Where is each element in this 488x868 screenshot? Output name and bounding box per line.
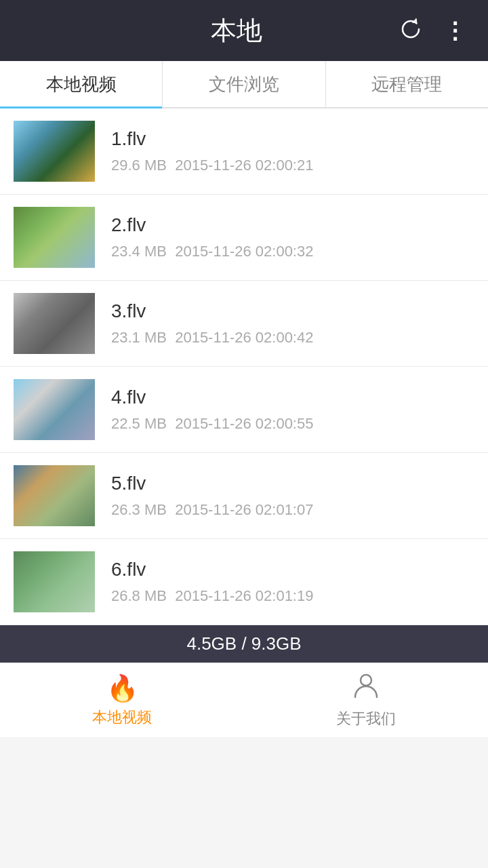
file-info: 1.flv 29.6 MB 2015-11-26 02:00:21 — [111, 128, 474, 174]
file-thumbnail — [14, 207, 95, 268]
storage-status-bar: 4.5GB / 9.3GB — [0, 625, 488, 663]
person-icon — [352, 671, 380, 705]
file-info: 5.flv 26.3 MB 2015-11-26 02:01:07 — [111, 473, 474, 519]
header-actions: ⋮ — [399, 17, 468, 44]
list-item[interactable]: 6.flv 26.8 MB 2015-11-26 02:01:19 — [0, 539, 488, 625]
nav-about-us[interactable]: 关于我们 — [244, 663, 488, 737]
list-item[interactable]: 3.flv 23.1 MB 2015-11-26 02:00:42 — [0, 281, 488, 367]
tab-bar: 本地视频 文件浏览 远程管理 — [0, 61, 488, 108]
list-item[interactable]: 4.flv 22.5 MB 2015-11-26 02:00:55 — [0, 367, 488, 453]
tab-remote-manage[interactable]: 远程管理 — [326, 61, 488, 107]
file-meta: 23.4 MB 2015-11-26 02:00:32 — [111, 243, 474, 260]
more-options-icon[interactable]: ⋮ — [443, 17, 468, 44]
file-name: 1.flv — [111, 128, 474, 150]
file-meta: 29.6 MB 2015-11-26 02:00:21 — [111, 157, 474, 174]
file-thumbnail — [14, 379, 95, 440]
file-name: 5.flv — [111, 473, 474, 494]
file-name: 4.flv — [111, 387, 474, 408]
file-thumbnail — [14, 465, 95, 526]
file-meta: 22.5 MB 2015-11-26 02:00:55 — [111, 415, 474, 433]
svg-point-0 — [361, 675, 371, 686]
file-info: 6.flv 26.8 MB 2015-11-26 02:01:19 — [111, 559, 474, 605]
file-meta: 23.1 MB 2015-11-26 02:00:42 — [111, 329, 474, 347]
file-name: 3.flv — [111, 300, 474, 322]
nav-about-us-label: 关于我们 — [336, 709, 396, 729]
bottom-nav: 🔥 本地视频 关于我们 — [0, 663, 488, 737]
nav-local-video-label: 本地视频 — [92, 707, 152, 728]
file-info: 2.flv 23.4 MB 2015-11-26 02:00:32 — [111, 214, 474, 260]
list-item[interactable]: 2.flv 23.4 MB 2015-11-26 02:00:32 — [0, 195, 488, 281]
file-info: 4.flv 22.5 MB 2015-11-26 02:00:55 — [111, 387, 474, 433]
file-meta: 26.8 MB 2015-11-26 02:01:19 — [111, 587, 474, 605]
app-header: 本地 ⋮ — [0, 0, 488, 61]
nav-local-video[interactable]: 🔥 本地视频 — [0, 663, 244, 737]
list-item[interactable]: 1.flv 29.6 MB 2015-11-26 02:00:21 — [0, 108, 488, 195]
file-name: 2.flv — [111, 214, 474, 236]
tab-local-video[interactable]: 本地视频 — [0, 61, 163, 107]
file-thumbnail — [14, 121, 95, 182]
tab-file-browse[interactable]: 文件浏览 — [163, 61, 325, 107]
file-list: 1.flv 29.6 MB 2015-11-26 02:00:21 2.flv … — [0, 108, 488, 625]
list-item[interactable]: 5.flv 26.3 MB 2015-11-26 02:01:07 — [0, 453, 488, 539]
refresh-icon[interactable] — [399, 17, 423, 44]
storage-label: 4.5GB / 9.3GB — [186, 633, 301, 654]
file-thumbnail — [14, 551, 95, 612]
file-info: 3.flv 23.1 MB 2015-11-26 02:00:42 — [111, 300, 474, 347]
flame-icon: 🔥 — [106, 673, 138, 703]
file-meta: 26.3 MB 2015-11-26 02:01:07 — [111, 501, 474, 519]
page-title: 本地 — [75, 14, 399, 48]
file-name: 6.flv — [111, 559, 474, 580]
file-thumbnail — [14, 293, 95, 354]
